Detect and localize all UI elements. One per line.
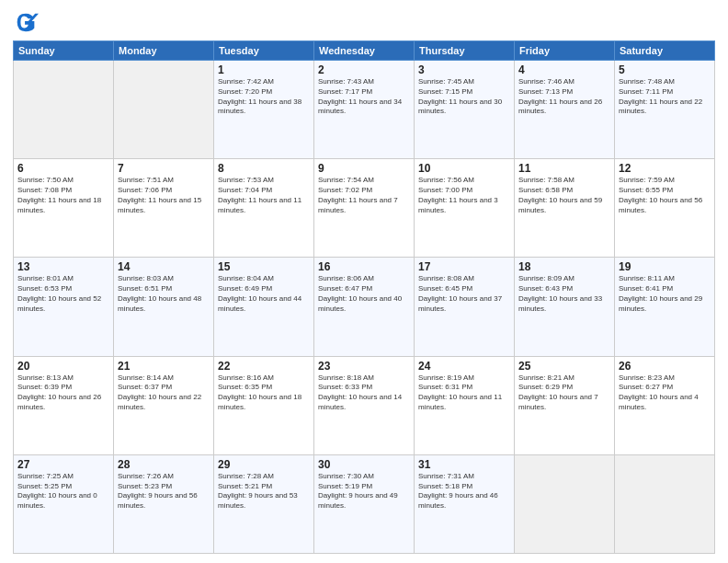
logo-icon	[13, 9, 39, 35]
day-cell: 10Sunrise: 7:56 AMSunset: 7:00 PMDayligh…	[415, 159, 515, 258]
day-cell: 20Sunrise: 8:13 AMSunset: 6:39 PMDayligh…	[14, 356, 114, 454]
day-info: Sunrise: 7:43 AMSunset: 7:17 PMDaylight:…	[318, 77, 410, 117]
day-cell: 2Sunrise: 7:43 AMSunset: 7:17 PMDaylight…	[314, 61, 415, 159]
day-number: 10	[418, 162, 510, 175]
day-info: Sunrise: 8:19 AMSunset: 6:31 PMDaylight:…	[418, 373, 510, 413]
day-info: Sunrise: 8:01 AMSunset: 6:53 PMDaylight:…	[17, 274, 109, 314]
day-cell: 22Sunrise: 8:16 AMSunset: 6:35 PMDayligh…	[214, 356, 314, 454]
day-number: 2	[318, 63, 410, 76]
day-info: Sunrise: 7:25 AMSunset: 5:25 PMDaylight:…	[17, 472, 109, 511]
day-cell: 23Sunrise: 8:18 AMSunset: 6:33 PMDayligh…	[314, 356, 415, 454]
day-info: Sunrise: 7:30 AMSunset: 5:19 PMDaylight:…	[318, 472, 410, 511]
day-number: 16	[318, 260, 410, 273]
day-number: 27	[17, 458, 109, 471]
day-cell	[114, 61, 214, 159]
day-number: 13	[17, 260, 109, 273]
day-number: 3	[418, 63, 510, 76]
day-cell: 26Sunrise: 8:23 AMSunset: 6:27 PMDayligh…	[615, 356, 715, 454]
day-cell: 17Sunrise: 8:08 AMSunset: 6:45 PMDayligh…	[415, 258, 515, 356]
day-info: Sunrise: 8:21 AMSunset: 6:29 PMDaylight:…	[518, 373, 610, 413]
day-number: 11	[518, 162, 610, 175]
day-number: 6	[17, 162, 109, 175]
day-cell: 9Sunrise: 7:54 AMSunset: 7:02 PMDaylight…	[314, 159, 415, 258]
day-cell: 14Sunrise: 8:03 AMSunset: 6:51 PMDayligh…	[114, 258, 214, 356]
day-info: Sunrise: 7:50 AMSunset: 7:08 PMDaylight:…	[17, 176, 109, 215]
day-header-thursday: Thursday	[415, 41, 515, 61]
day-cell	[515, 454, 615, 553]
day-number: 9	[318, 162, 410, 175]
day-number: 29	[218, 458, 310, 471]
day-cell: 13Sunrise: 8:01 AMSunset: 6:53 PMDayligh…	[14, 258, 114, 356]
day-info: Sunrise: 8:11 AMSunset: 6:41 PMDaylight:…	[619, 274, 711, 314]
day-cell: 21Sunrise: 8:14 AMSunset: 6:37 PMDayligh…	[114, 356, 214, 454]
calendar-page: SundayMondayTuesdayWednesdayThursdayFrid…	[0, 0, 728, 563]
day-number: 7	[118, 162, 210, 175]
day-info: Sunrise: 7:58 AMSunset: 6:58 PMDaylight:…	[518, 176, 610, 215]
week-row-5: 27Sunrise: 7:25 AMSunset: 5:25 PMDayligh…	[14, 454, 715, 553]
day-info: Sunrise: 8:14 AMSunset: 6:37 PMDaylight:…	[118, 373, 210, 413]
day-info: Sunrise: 7:28 AMSunset: 5:21 PMDaylight:…	[218, 472, 310, 511]
day-cell: 11Sunrise: 7:58 AMSunset: 6:58 PMDayligh…	[515, 159, 615, 258]
week-row-3: 13Sunrise: 8:01 AMSunset: 6:53 PMDayligh…	[14, 258, 715, 356]
day-cell: 19Sunrise: 8:11 AMSunset: 6:41 PMDayligh…	[615, 258, 715, 356]
day-number: 24	[418, 360, 510, 373]
day-cell: 15Sunrise: 8:04 AMSunset: 6:49 PMDayligh…	[214, 258, 314, 356]
day-header-tuesday: Tuesday	[214, 41, 314, 61]
week-row-2: 6Sunrise: 7:50 AMSunset: 7:08 PMDaylight…	[14, 159, 715, 258]
day-info: Sunrise: 8:16 AMSunset: 6:35 PMDaylight:…	[218, 373, 310, 413]
day-info: Sunrise: 7:59 AMSunset: 6:55 PMDaylight:…	[619, 176, 711, 215]
day-info: Sunrise: 7:56 AMSunset: 7:00 PMDaylight:…	[418, 176, 510, 215]
day-cell: 25Sunrise: 8:21 AMSunset: 6:29 PMDayligh…	[515, 356, 615, 454]
day-info: Sunrise: 7:53 AMSunset: 7:04 PMDaylight:…	[218, 176, 310, 215]
day-info: Sunrise: 7:54 AMSunset: 7:02 PMDaylight:…	[318, 176, 410, 215]
day-cell	[14, 61, 114, 159]
day-info: Sunrise: 8:18 AMSunset: 6:33 PMDaylight:…	[318, 373, 410, 413]
day-cell: 29Sunrise: 7:28 AMSunset: 5:21 PMDayligh…	[214, 454, 314, 553]
header-row: SundayMondayTuesdayWednesdayThursdayFrid…	[14, 41, 715, 61]
day-cell: 27Sunrise: 7:25 AMSunset: 5:25 PMDayligh…	[14, 454, 114, 553]
day-cell: 16Sunrise: 8:06 AMSunset: 6:47 PMDayligh…	[314, 258, 415, 356]
day-info: Sunrise: 7:48 AMSunset: 7:11 PMDaylight:…	[619, 77, 711, 117]
day-cell	[615, 454, 715, 553]
day-cell: 12Sunrise: 7:59 AMSunset: 6:55 PMDayligh…	[615, 159, 715, 258]
day-info: Sunrise: 8:08 AMSunset: 6:45 PMDaylight:…	[418, 274, 510, 314]
day-info: Sunrise: 8:06 AMSunset: 6:47 PMDaylight:…	[318, 274, 410, 314]
day-cell: 31Sunrise: 7:31 AMSunset: 5:18 PMDayligh…	[415, 454, 515, 553]
day-cell: 18Sunrise: 8:09 AMSunset: 6:43 PMDayligh…	[515, 258, 615, 356]
day-number: 1	[218, 63, 310, 76]
day-cell: 30Sunrise: 7:30 AMSunset: 5:19 PMDayligh…	[314, 454, 415, 553]
day-header-monday: Monday	[114, 41, 214, 61]
day-info: Sunrise: 7:31 AMSunset: 5:18 PMDaylight:…	[418, 472, 510, 511]
day-number: 28	[118, 458, 210, 471]
header	[13, 9, 715, 35]
day-info: Sunrise: 7:42 AMSunset: 7:20 PMDaylight:…	[218, 77, 310, 117]
day-cell: 7Sunrise: 7:51 AMSunset: 7:06 PMDaylight…	[114, 159, 214, 258]
day-info: Sunrise: 7:26 AMSunset: 5:23 PMDaylight:…	[118, 472, 210, 511]
day-number: 30	[318, 458, 410, 471]
day-number: 18	[518, 260, 610, 273]
day-cell: 5Sunrise: 7:48 AMSunset: 7:11 PMDaylight…	[615, 61, 715, 159]
day-info: Sunrise: 8:23 AMSunset: 6:27 PMDaylight:…	[619, 373, 711, 413]
day-header-sunday: Sunday	[14, 41, 114, 61]
day-header-friday: Friday	[515, 41, 615, 61]
day-header-wednesday: Wednesday	[314, 41, 415, 61]
day-cell: 8Sunrise: 7:53 AMSunset: 7:04 PMDaylight…	[214, 159, 314, 258]
calendar-table: SundayMondayTuesdayWednesdayThursdayFrid…	[13, 40, 715, 554]
day-number: 14	[118, 260, 210, 273]
day-info: Sunrise: 8:03 AMSunset: 6:51 PMDaylight:…	[118, 274, 210, 314]
day-info: Sunrise: 7:51 AMSunset: 7:06 PMDaylight:…	[118, 176, 210, 215]
day-number: 12	[619, 162, 711, 175]
day-cell: 4Sunrise: 7:46 AMSunset: 7:13 PMDaylight…	[515, 61, 615, 159]
day-info: Sunrise: 8:09 AMSunset: 6:43 PMDaylight:…	[518, 274, 610, 314]
day-cell: 24Sunrise: 8:19 AMSunset: 6:31 PMDayligh…	[415, 356, 515, 454]
day-info: Sunrise: 7:45 AMSunset: 7:15 PMDaylight:…	[418, 77, 510, 117]
day-number: 23	[318, 360, 410, 373]
week-row-4: 20Sunrise: 8:13 AMSunset: 6:39 PMDayligh…	[14, 356, 715, 454]
day-info: Sunrise: 8:04 AMSunset: 6:49 PMDaylight:…	[218, 274, 310, 314]
week-row-1: 1Sunrise: 7:42 AMSunset: 7:20 PMDaylight…	[14, 61, 715, 159]
day-number: 8	[218, 162, 310, 175]
day-number: 21	[118, 360, 210, 373]
day-number: 5	[619, 63, 711, 76]
day-info: Sunrise: 7:46 AMSunset: 7:13 PMDaylight:…	[518, 77, 610, 117]
logo	[13, 9, 42, 35]
